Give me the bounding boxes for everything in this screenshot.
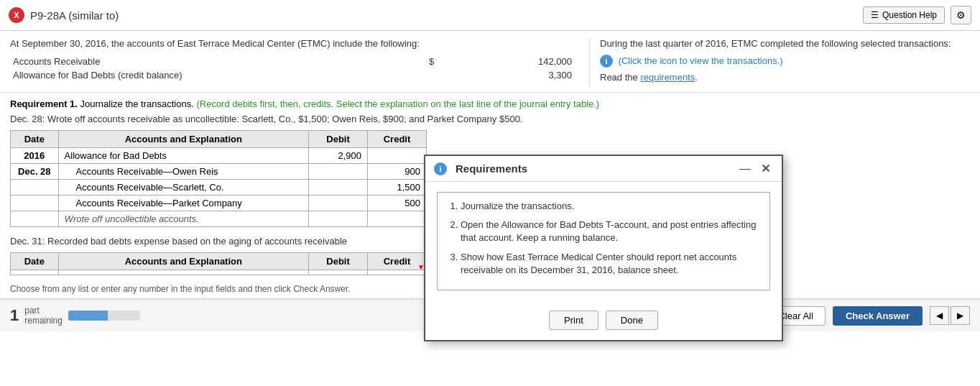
account-name: Allowance for Bad Debts (credit balance) — [10, 68, 425, 82]
col-debit: Debit — [309, 131, 368, 148]
transaction-intro: During the last quarter of 2016, ETMC co… — [600, 38, 970, 49]
part-label: part — [24, 305, 63, 316]
top-left: At September 30, 2016, the accounts of E… — [10, 38, 589, 86]
part-labels: part remaining — [24, 305, 63, 326]
entry-credit: 900 — [368, 164, 427, 180]
modal-header-left: i Requirements — [434, 162, 527, 175]
done-button[interactable]: Done — [606, 311, 658, 330]
page-title: P9-28A (similar to) — [30, 9, 119, 22]
col-credit: Credit — [368, 131, 427, 148]
modal-footer: Print Done — [425, 311, 782, 340]
table-row: Accounts Receivable $ 142,000 — [10, 55, 575, 68]
list-icon: ☰ — [871, 10, 879, 20]
question-help-label: Question Help — [882, 10, 937, 20]
table-row: Wrote off uncollectible accounts. — [11, 211, 427, 227]
entry-credit: 500 — [368, 196, 427, 211]
question-help-button[interactable]: ☰ Question Help — [863, 6, 945, 24]
read-requirements: Read the requirements. — [600, 72, 970, 83]
header-left: X P9-28A (similar to) — [9, 7, 119, 23]
col-accounts: Accounts and Explanation — [58, 253, 308, 270]
read-label: Read the — [600, 72, 638, 83]
entry-debit — [309, 196, 368, 211]
account-amount: 142,000 — [439, 55, 575, 68]
read-end: . — [695, 72, 698, 83]
requirements-list-box: Journalize the transactions. Open the Al… — [437, 192, 770, 290]
next-button[interactable]: ▶ — [951, 306, 970, 325]
print-button[interactable]: Print — [549, 311, 598, 330]
modal-controls: — ✕ — [736, 162, 773, 175]
requirement-text: Requirement 1. Journalize the transactio… — [10, 98, 970, 109]
entry-debit — [309, 270, 368, 275]
gear-icon: ⚙ — [956, 9, 966, 21]
requirement-section: Requirement 1. Journalize the transactio… — [0, 93, 980, 112]
transaction1-desc: Dec. 28: Wrote off accounts receivable a… — [10, 114, 970, 124]
part-info: 1 part remaining — [10, 305, 140, 326]
progress-bar — [68, 311, 140, 321]
entry-date — [11, 270, 59, 275]
col-date: Date — [11, 131, 59, 148]
entry-date: Dec. 28 — [11, 164, 59, 180]
navigation-buttons: ◀ ▶ — [930, 306, 970, 325]
click-link[interactable]: (Click the icon to view the transactions… — [619, 55, 783, 66]
journal-table-2: Date Accounts and Explanation Debit Cred… — [10, 252, 427, 275]
table-header-row: Date Accounts and Explanation Debit Cred… — [11, 131, 427, 148]
app-logo: X — [9, 7, 24, 23]
col-credit: Credit ▼ — [368, 253, 427, 270]
prev-button[interactable]: ◀ — [930, 306, 949, 325]
remaining-label: remaining — [24, 316, 63, 326]
entry-account: Accounts Receivable—Scarlett, Co. — [58, 180, 308, 196]
entry-date — [11, 196, 59, 211]
entry-date — [11, 211, 59, 227]
click-info-row: i (Click the icon to view the transactio… — [600, 55, 970, 68]
col-date: Date — [11, 253, 59, 270]
entry-account: Accounts Receivable—Owen Reis — [58, 164, 308, 180]
settings-button[interactable]: ⚙ — [951, 6, 971, 24]
account-amount: 3,300 — [439, 68, 575, 82]
account-name: Accounts Receivable — [10, 55, 425, 68]
entry-credit — [368, 148, 427, 164]
modal-body: Journalize the transactions. Open the Al… — [425, 182, 782, 311]
entry-account — [58, 270, 308, 275]
dollar-sign — [425, 68, 439, 82]
entry-debit — [309, 164, 368, 180]
entry-credit — [368, 211, 427, 227]
modal-info-icon: i — [434, 162, 447, 175]
table-row: Dec. 28 Accounts Receivable—Owen Reis 90… — [11, 164, 427, 180]
requirements-modal: i Requirements — ✕ Journalize the transa… — [424, 155, 783, 341]
modal-header: i Requirements — ✕ — [425, 156, 782, 182]
req-text: Journalize the transactions. — [80, 98, 194, 109]
req-instruction: (Record debits first, then, credits. Sel… — [196, 98, 599, 109]
table-row: 2016 Allowance for Bad Debts 2,900 — [11, 148, 427, 164]
top-section: At September 30, 2016, the accounts of E… — [0, 31, 980, 93]
accounts-table: Accounts Receivable $ 142,000 Allowance … — [10, 55, 575, 82]
journal-table-1: Date Accounts and Explanation Debit Cred… — [10, 130, 427, 227]
req-label: Requirement 1. — [10, 98, 78, 109]
table-header-row: Date Accounts and Explanation Debit Cred… — [11, 253, 427, 270]
entry-account: Allowance for Bad Debts — [58, 148, 308, 164]
col-debit: Debit — [309, 253, 368, 270]
check-answer-button[interactable]: Check Answer — [833, 306, 923, 326]
entry-date — [11, 180, 59, 196]
header-right: ☰ Question Help ⚙ — [863, 6, 971, 24]
dollar-sign: $ — [425, 55, 439, 68]
list-item: Open the Allowance for Bad Debts T-accou… — [461, 219, 759, 244]
table-row: Accounts Receivable—Scarlett, Co. 1,500 — [11, 180, 427, 196]
modal-title: Requirements — [456, 162, 527, 175]
modal-close-button[interactable]: ✕ — [758, 162, 773, 175]
table-row: Allowance for Bad Debts (credit balance)… — [10, 68, 575, 82]
table-row — [11, 270, 427, 275]
list-item: Journalize the transactions. — [461, 200, 759, 213]
entry-date: 2016 — [11, 148, 59, 164]
col-accounts: Accounts and Explanation — [58, 131, 308, 148]
table-row: Accounts Receivable—Parket Company 500 — [11, 196, 427, 211]
requirements-list: Journalize the transactions. Open the Al… — [448, 200, 759, 277]
progress-bar-fill — [68, 311, 108, 321]
part-number: 1 — [10, 306, 19, 325]
requirements-link[interactable]: requirements — [640, 72, 695, 83]
entry-debit: 2,900 — [309, 148, 368, 164]
top-right: During the last quarter of 2016, ETMC co… — [589, 38, 970, 86]
intro-text: At September 30, 2016, the accounts of E… — [10, 38, 575, 49]
app-header: X P9-28A (similar to) ☰ Question Help ⚙ — [0, 0, 980, 31]
logo-text: X — [14, 11, 19, 19]
modal-minimize-button[interactable]: — — [736, 162, 754, 175]
